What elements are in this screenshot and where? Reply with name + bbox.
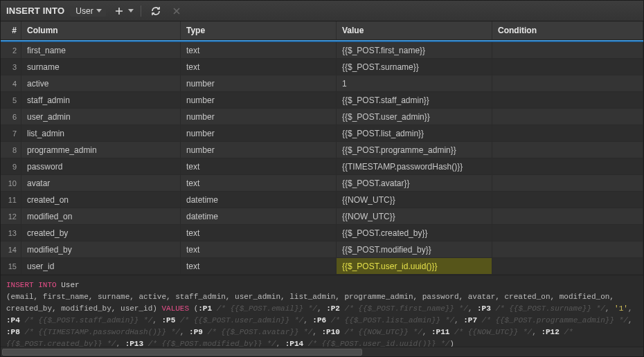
cell-type[interactable]: number bbox=[181, 109, 337, 125]
cell-type[interactable]: text bbox=[181, 258, 337, 274]
cell-condition[interactable] bbox=[492, 241, 643, 257]
toolbar: INSERT INTO User bbox=[1, 1, 643, 21]
cell-condition[interactable] bbox=[492, 142, 643, 158]
cell-type[interactable]: text bbox=[181, 158, 337, 174]
table-row[interactable]: 11created_ondatetime{{NOW_UTC}} bbox=[1, 192, 643, 208]
sql-preview: INSERT INTO User(email, first_name, surn… bbox=[1, 275, 643, 347]
cell-column[interactable]: first_name bbox=[21, 42, 181, 58]
cell-condition[interactable] bbox=[492, 225, 643, 241]
table-row[interactable]: 4activenumber1 bbox=[1, 75, 643, 92]
row-index: 9 bbox=[1, 158, 21, 174]
cell-value[interactable]: {{$_POST.first_name}} bbox=[337, 42, 492, 58]
table-body: 2first_nametext{{$_POST.first_name}}3sur… bbox=[1, 42, 643, 275]
cell-value[interactable]: {{$_POST.programme_admin}} bbox=[337, 142, 492, 158]
cell-condition[interactable] bbox=[492, 92, 643, 108]
cell-column[interactable]: active bbox=[21, 75, 181, 91]
row-index: 14 bbox=[1, 241, 21, 257]
horizontal-scrollbar[interactable] bbox=[1, 347, 643, 356]
cell-column[interactable]: surname bbox=[21, 59, 181, 75]
cell-condition[interactable] bbox=[492, 125, 643, 141]
cell-value[interactable]: {{$_POST.created_by}} bbox=[337, 225, 492, 241]
table-row[interactable]: 3surnametext{{$_POST.surname}} bbox=[1, 59, 643, 75]
cell-type[interactable]: text bbox=[181, 225, 337, 241]
cell-value[interactable]: {{$_POST.list_admin}} bbox=[337, 125, 492, 141]
table-row[interactable]: 10avatartext{{$_POST.avatar}} bbox=[1, 175, 643, 192]
cell-column[interactable]: avatar bbox=[21, 175, 181, 191]
row-index: 5 bbox=[1, 92, 21, 108]
table-row[interactable]: 6user_adminnumber{{$_POST.user_admin}} bbox=[1, 109, 643, 125]
cell-column[interactable]: user_id bbox=[21, 258, 181, 274]
cell-condition[interactable] bbox=[492, 42, 643, 58]
cell-column[interactable]: password bbox=[21, 158, 181, 174]
cell-type[interactable]: number bbox=[181, 142, 337, 158]
toolbar-separator bbox=[141, 6, 141, 17]
table-row[interactable]: 7list_adminnumber{{$_POST.list_admin}} bbox=[1, 125, 643, 142]
cell-condition[interactable] bbox=[492, 158, 643, 174]
row-index: 15 bbox=[1, 258, 21, 274]
cell-condition[interactable] bbox=[492, 192, 643, 208]
scrollbar-thumb[interactable] bbox=[2, 349, 362, 356]
table-picker[interactable]: User bbox=[70, 6, 105, 17]
cell-column[interactable]: created_by bbox=[21, 225, 181, 241]
cell-value[interactable]: 1 bbox=[337, 75, 492, 91]
row-index: 7 bbox=[1, 125, 21, 141]
th-column[interactable]: Column bbox=[21, 21, 181, 39]
cell-type[interactable]: number bbox=[181, 125, 337, 141]
cell-value[interactable]: {{NOW_UTC}} bbox=[337, 192, 492, 208]
close-button[interactable] bbox=[169, 3, 184, 19]
cell-value[interactable]: {{$_POST.avatar}} bbox=[337, 175, 492, 191]
table-name: User bbox=[75, 6, 93, 16]
cell-column[interactable]: user_admin bbox=[21, 109, 181, 125]
table-row[interactable]: 8programme_adminnumber{{$_POST.programme… bbox=[1, 142, 643, 158]
th-type[interactable]: Type bbox=[181, 21, 337, 39]
cell-column[interactable]: modified_on bbox=[21, 208, 181, 224]
cell-value[interactable]: {{$_POST.user_admin}} bbox=[337, 109, 492, 125]
query-panel: INSERT INTO User # Column Type Value Con… bbox=[0, 0, 644, 357]
add-button[interactable] bbox=[111, 3, 127, 19]
table-header: # Column Type Value Condition bbox=[1, 21, 643, 40]
cell-column[interactable]: list_admin bbox=[21, 125, 181, 141]
th-index[interactable]: # bbox=[1, 21, 21, 39]
refresh-button[interactable] bbox=[148, 3, 163, 19]
table-row[interactable]: 14modified_bytext{{$_POST.modified_by}} bbox=[1, 241, 643, 258]
cell-type[interactable]: text bbox=[181, 175, 337, 191]
row-index: 13 bbox=[1, 225, 21, 241]
cell-type[interactable]: text bbox=[181, 42, 337, 58]
cell-value[interactable]: {{$_POST.modified_by}} bbox=[337, 241, 492, 257]
cell-value[interactable]: {{NOW_UTC}} bbox=[337, 208, 492, 224]
th-condition[interactable]: Condition bbox=[492, 21, 643, 39]
row-index: 12 bbox=[1, 208, 21, 224]
cell-type[interactable]: datetime bbox=[181, 208, 337, 224]
table-row[interactable]: 2first_nametext{{$_POST.first_name}} bbox=[1, 42, 643, 59]
cell-type[interactable]: datetime bbox=[181, 192, 337, 208]
row-index: 8 bbox=[1, 142, 21, 158]
insert-into-label: INSERT INTO bbox=[6, 6, 64, 16]
cell-condition[interactable] bbox=[492, 208, 643, 224]
cell-column[interactable]: created_on bbox=[21, 192, 181, 208]
cell-condition[interactable] bbox=[492, 75, 643, 91]
cell-column[interactable]: modified_by bbox=[21, 241, 181, 257]
row-index: 10 bbox=[1, 175, 21, 191]
row-index: 3 bbox=[1, 59, 21, 75]
add-menu-chevron-icon[interactable] bbox=[128, 9, 134, 12]
cell-type[interactable]: number bbox=[181, 75, 337, 91]
cell-condition[interactable] bbox=[492, 109, 643, 125]
cell-type[interactable]: text bbox=[181, 59, 337, 75]
table-row[interactable]: 12modified_ondatetime{{NOW_UTC}} bbox=[1, 208, 643, 225]
table-row[interactable]: 9passwordtext{{TIMESTAMP.passwordHash()}… bbox=[1, 158, 643, 175]
cell-type[interactable]: number bbox=[181, 92, 337, 108]
table-row[interactable]: 13created_bytext{{$_POST.created_by}} bbox=[1, 225, 643, 241]
cell-value[interactable]: {{$_POST.staff_admin}} bbox=[337, 92, 492, 108]
cell-condition[interactable] bbox=[492, 59, 643, 75]
cell-type[interactable]: text bbox=[181, 241, 337, 257]
cell-column[interactable]: staff_admin bbox=[21, 92, 181, 108]
table-row[interactable]: 15user_idtext{{$_POST.user_id.uuid()}} bbox=[1, 258, 643, 275]
cell-column[interactable]: programme_admin bbox=[21, 142, 181, 158]
cell-value[interactable]: {{$_POST.surname}} bbox=[337, 59, 492, 75]
th-value[interactable]: Value bbox=[337, 21, 492, 39]
cell-condition[interactable] bbox=[492, 258, 643, 274]
table-row[interactable]: 5staff_adminnumber{{$_POST.staff_admin}} bbox=[1, 92, 643, 109]
cell-value[interactable]: {{TIMESTAMP.passwordHash()}} bbox=[337, 158, 492, 174]
cell-condition[interactable] bbox=[492, 175, 643, 191]
cell-value[interactable]: {{$_POST.user_id.uuid()}} bbox=[337, 258, 492, 274]
